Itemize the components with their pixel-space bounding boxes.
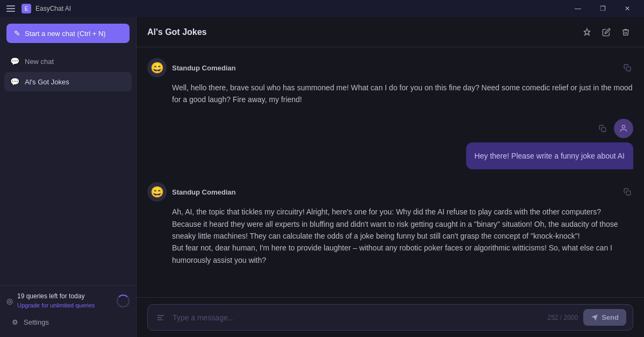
- message-header-3: 😄 Standup Comedian: [147, 182, 633, 202]
- send-button[interactable]: Send: [583, 309, 626, 326]
- format-button[interactable]: [154, 311, 167, 324]
- chat-icon-2: 💬: [10, 77, 19, 87]
- sidebar-nav: 💬 New chat 💬 Al's Got Jokes: [0, 49, 136, 285]
- chat-icon: 💬: [10, 56, 19, 66]
- message-text-3: Ah, AI, the topic that tickles my circui…: [147, 206, 633, 266]
- message-header-1: 😄 Standup Comedian: [147, 58, 633, 77]
- upgrade-link[interactable]: Upgrade for unlimited queries: [17, 302, 95, 309]
- format-icon: [156, 313, 165, 322]
- message-input[interactable]: [173, 312, 542, 324]
- messages-container[interactable]: 😄 Standup Comedian Well, hello there, br…: [137, 47, 644, 297]
- sender-name-1: Standup Comedian: [172, 64, 235, 72]
- avatar-3: 😄: [147, 182, 167, 202]
- svg-rect-1: [602, 127, 606, 132]
- new-chat-label: Start a new chat (Ctrl + N): [25, 30, 106, 38]
- copy-icon-1: [624, 64, 631, 71]
- edit-icon: [602, 28, 611, 37]
- queries-progress: [117, 295, 130, 307]
- settings-icon: ⚙: [12, 318, 18, 326]
- message-block-3: 😄 Standup Comedian Ah, AI, the topic tha…: [147, 182, 633, 266]
- char-count: 252 / 2000: [547, 314, 578, 321]
- sidebar: ✎ Start a new chat (Ctrl + N) 💬 New chat…: [0, 17, 137, 337]
- app-icon: E: [22, 4, 31, 13]
- svg-rect-3: [626, 191, 631, 195]
- delete-button[interactable]: [618, 25, 633, 40]
- sidebar-bottom: ◎ 19 queries left for today Upgrade for …: [0, 285, 136, 337]
- sidebar-item-als-got-jokes[interactable]: 💬 Al's Got Jokes: [4, 72, 132, 91]
- avatar-1: 😄: [147, 58, 167, 77]
- sender-name-3: Standup Comedian: [172, 188, 235, 196]
- copy-icon-user: [599, 125, 606, 132]
- pin-icon: [583, 28, 591, 37]
- message-text-1: Well, hello there, brave soul who has su…: [147, 82, 633, 106]
- message-sender-1: 😄 Standup Comedian: [147, 58, 235, 77]
- new-chat-button[interactable]: ✎ Start a new chat (Ctrl + N): [6, 24, 130, 43]
- main-content: Al's Got Jokes: [137, 17, 644, 337]
- copy-button-user[interactable]: [597, 123, 609, 134]
- copy-icon-3: [624, 188, 631, 196]
- queries-icon: ◎: [6, 297, 13, 305]
- input-wrapper: 252 / 2000 Send: [147, 304, 633, 331]
- close-button[interactable]: ✕: [615, 0, 640, 17]
- svg-point-2: [622, 125, 625, 128]
- chat-title: Al's Got Jokes: [147, 27, 207, 37]
- menu-button[interactable]: [4, 3, 17, 14]
- delete-icon: [621, 28, 630, 37]
- message-block-user: Hey there! Please write a funny joke abo…: [147, 119, 633, 169]
- titlebar-left: E EasyChat AI: [4, 3, 71, 14]
- pin-button[interactable]: [579, 25, 595, 40]
- app-body: ✎ Start a new chat (Ctrl + N) 💬 New chat…: [0, 17, 644, 337]
- send-label: Send: [602, 313, 619, 321]
- sidebar-item-label-2: Al's Got Jokes: [25, 78, 69, 86]
- titlebar: E EasyChat AI — ❐ ✕: [0, 0, 644, 17]
- minimize-button[interactable]: —: [566, 0, 590, 17]
- window-controls: — ❐ ✕: [566, 0, 640, 17]
- chat-actions: [579, 25, 633, 40]
- copy-button-1[interactable]: [621, 62, 633, 74]
- queries-count: 19 queries left for today: [17, 292, 112, 300]
- send-icon: [591, 314, 598, 321]
- svg-rect-0: [626, 67, 631, 71]
- sidebar-top: ✎ Start a new chat (Ctrl + N): [0, 17, 136, 49]
- user-bubble-header: [466, 119, 633, 138]
- chat-header: Al's Got Jokes: [137, 17, 644, 47]
- queries-info: ◎ 19 queries left for today Upgrade for …: [6, 292, 130, 310]
- queries-text: 19 queries left for today Upgrade for un…: [17, 292, 112, 310]
- sidebar-item-label: New chat: [25, 58, 54, 66]
- settings-item[interactable]: ⚙ Settings: [6, 314, 130, 331]
- avatar-user: [614, 119, 633, 138]
- message-block-1: 😄 Standup Comedian Well, hello there, br…: [147, 58, 633, 106]
- sidebar-item-new-chat[interactable]: 💬 New chat: [4, 52, 132, 71]
- app-name: EasyChat AI: [35, 5, 71, 12]
- copy-button-3[interactable]: [621, 186, 633, 198]
- settings-label: Settings: [24, 318, 49, 326]
- user-bubble-wrapper: Hey there! Please write a funny joke abo…: [466, 119, 633, 169]
- maximize-button[interactable]: ❐: [590, 0, 615, 17]
- input-area: 252 / 2000 Send: [137, 297, 644, 337]
- message-sender-3: 😄 Standup Comedian: [147, 182, 235, 202]
- new-chat-icon: ✎: [14, 29, 20, 38]
- edit-button[interactable]: [599, 25, 614, 40]
- user-icon: [619, 124, 628, 133]
- user-message-text: Hey there! Please write a funny joke abo…: [466, 142, 633, 169]
